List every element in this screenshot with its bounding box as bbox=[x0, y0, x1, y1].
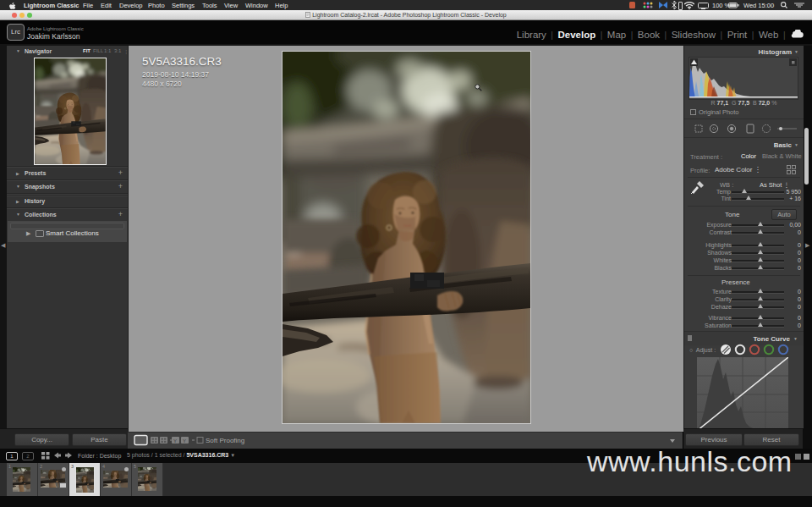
svg-text:Soft Proofing: Soft Proofing bbox=[206, 437, 244, 444]
svg-text:Y: Y bbox=[183, 438, 186, 444]
svg-text:Y: Y bbox=[173, 438, 177, 444]
